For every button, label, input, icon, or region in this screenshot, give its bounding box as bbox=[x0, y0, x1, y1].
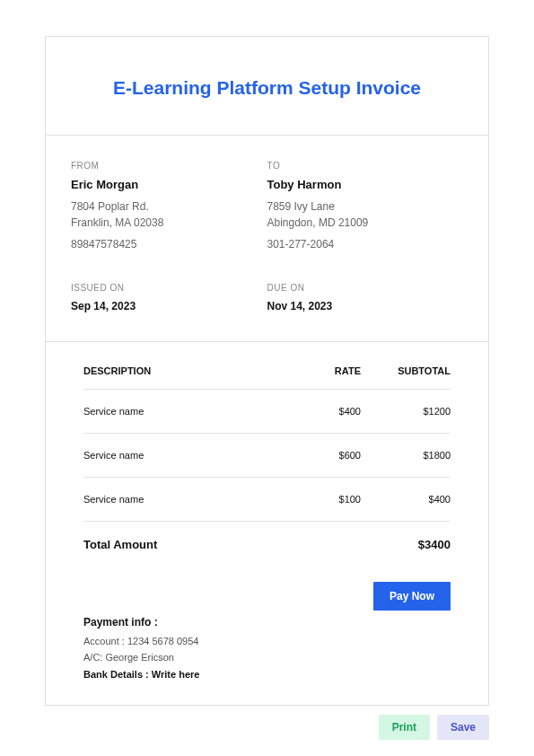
table-row: Service name $400 $1200 bbox=[83, 389, 451, 433]
payment-info: Payment info : Account : 1234 5678 0954 … bbox=[83, 616, 451, 680]
actions-bar: Print Save bbox=[379, 715, 489, 740]
issued-block: ISSUED ON Sep 14, 2023 bbox=[71, 283, 267, 312]
issued-value: Sep 14, 2023 bbox=[71, 300, 267, 312]
table-header: DESCRIPTION RATE SUBTOTAL bbox=[83, 365, 451, 389]
item-sub: $1800 bbox=[361, 450, 451, 461]
total-label: Total Amount bbox=[83, 538, 418, 551]
table-row: Service name $100 $400 bbox=[83, 477, 451, 521]
col-desc-header: DESCRIPTION bbox=[83, 365, 280, 376]
item-desc: Service name bbox=[83, 406, 280, 417]
total-value: $3400 bbox=[418, 538, 451, 551]
invoice-title: E-Learning Platform Setup Invoice bbox=[64, 77, 470, 99]
col-sub-header: SUBTOTAL bbox=[361, 365, 451, 376]
due-value: Nov 14, 2023 bbox=[267, 300, 464, 312]
item-sub: $400 bbox=[361, 494, 451, 505]
item-rate: $100 bbox=[280, 494, 361, 505]
info-section: FROM Eric Morgan 7804 Poplar Rd. Frankli… bbox=[46, 136, 488, 342]
invoice-container: E-Learning Platform Setup Invoice FROM E… bbox=[45, 36, 489, 706]
payment-title: Payment info : bbox=[83, 616, 451, 629]
table-row: Service name $600 $1800 bbox=[83, 433, 451, 477]
to-phone: 301-277-2064 bbox=[267, 238, 464, 251]
dates-row: ISSUED ON Sep 14, 2023 DUE ON Nov 14, 20… bbox=[71, 283, 463, 312]
print-button[interactable]: Print bbox=[379, 715, 430, 740]
payment-bank: Bank Details : Write here bbox=[83, 669, 451, 680]
due-label: DUE ON bbox=[267, 283, 464, 293]
header-section: E-Learning Platform Setup Invoice bbox=[46, 37, 488, 136]
to-addr2: Abingdon, MD 21009 bbox=[267, 215, 464, 231]
total-row: Total Amount $3400 bbox=[83, 521, 451, 560]
items-table: DESCRIPTION RATE SUBTOTAL Service name $… bbox=[83, 365, 451, 560]
parties-row: FROM Eric Morgan 7804 Poplar Rd. Frankli… bbox=[71, 161, 463, 251]
issued-label: ISSUED ON bbox=[71, 283, 267, 293]
payment-account: Account : 1234 5678 0954 bbox=[83, 634, 451, 650]
item-desc: Service name bbox=[83, 494, 280, 505]
due-block: DUE ON Nov 14, 2023 bbox=[267, 283, 464, 312]
from-addr2: Franklin, MA 02038 bbox=[71, 215, 267, 231]
from-label: FROM bbox=[71, 161, 267, 171]
pay-now-button[interactable]: Pay Now bbox=[373, 582, 451, 611]
col-rate-header: RATE bbox=[280, 365, 361, 376]
from-addr1: 7804 Poplar Rd. bbox=[71, 198, 267, 215]
paynow-wrap: Pay Now bbox=[83, 582, 451, 611]
to-label: TO bbox=[267, 161, 464, 171]
from-name: Eric Morgan bbox=[71, 178, 267, 191]
item-sub: $1200 bbox=[361, 406, 451, 417]
to-addr1: 7859 Ivy Lane bbox=[267, 198, 464, 215]
save-button[interactable]: Save bbox=[437, 715, 489, 740]
to-name: Toby Harmon bbox=[267, 178, 464, 191]
items-section: DESCRIPTION RATE SUBTOTAL Service name $… bbox=[46, 342, 488, 705]
from-phone: 89847578425 bbox=[71, 238, 267, 251]
item-desc: Service name bbox=[83, 450, 280, 461]
to-block: TO Toby Harmon 7859 Ivy Lane Abingdon, M… bbox=[267, 161, 464, 251]
payment-ac: A/C: George Ericson bbox=[83, 650, 451, 666]
item-rate: $400 bbox=[280, 406, 361, 417]
from-block: FROM Eric Morgan 7804 Poplar Rd. Frankli… bbox=[71, 161, 267, 251]
item-rate: $600 bbox=[280, 450, 361, 461]
